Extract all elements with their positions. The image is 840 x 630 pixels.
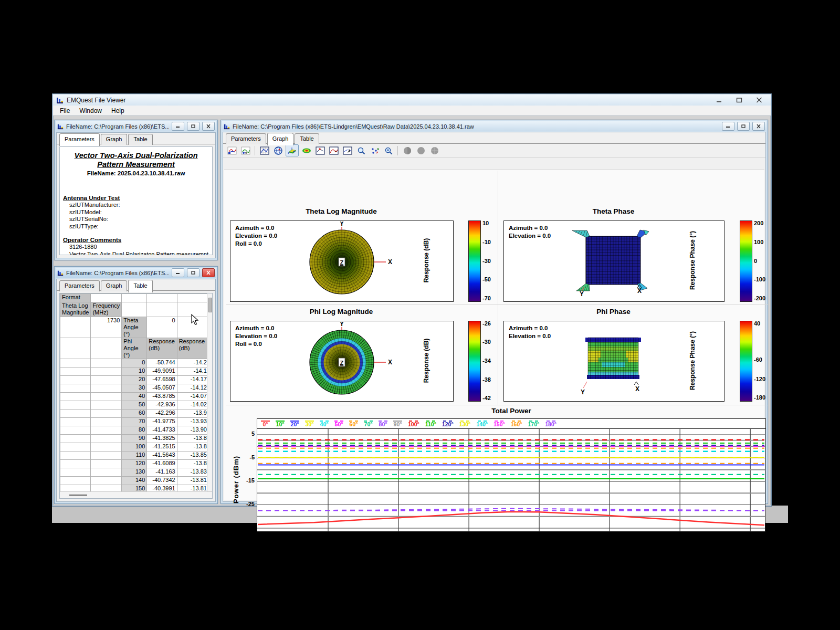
phi-angle-header[interactable]: Phi Angle (°)	[122, 338, 147, 359]
phi-angle-cell[interactable]: 80	[122, 426, 147, 435]
globe-plot-icon[interactable]	[272, 145, 284, 156]
polar-plot-icon[interactable]	[300, 145, 312, 156]
response-cell[interactable]: -41.2515	[147, 443, 177, 452]
table-cell[interactable]	[60, 368, 91, 376]
phi-angle-cell[interactable]: 50	[122, 401, 147, 410]
close-icon[interactable]	[756, 97, 762, 103]
table-cell[interactable]	[60, 468, 91, 477]
response-cell[interactable]: -50.744	[147, 359, 177, 368]
table-cell[interactable]	[91, 338, 122, 359]
phi-angle-cell[interactable]: 130	[122, 468, 147, 477]
table-cell[interactable]	[60, 435, 91, 443]
table-cell[interactable]	[91, 410, 122, 418]
minimize-icon[interactable]	[716, 97, 722, 103]
table-cell[interactable]	[60, 376, 91, 384]
table-cell[interactable]	[60, 460, 91, 468]
table-cell[interactable]	[91, 435, 122, 443]
table-cell[interactable]	[60, 418, 91, 426]
table-cell[interactable]	[91, 418, 122, 426]
phi-angle-cell[interactable]: 30	[122, 384, 147, 393]
phi-angle-cell[interactable]: 40	[122, 393, 147, 401]
table-cell[interactable]	[60, 477, 91, 485]
phi-angle-cell[interactable]: 10	[122, 368, 147, 376]
response-header[interactable]: Response (dB)	[147, 338, 177, 359]
pattern-3d-icon[interactable]	[226, 145, 238, 156]
tab-graph[interactable]: Graph	[267, 133, 294, 145]
response-cell[interactable]: -43.8785	[147, 393, 177, 401]
response-cell[interactable]: -47.6598	[147, 376, 177, 384]
table-cell[interactable]	[91, 443, 122, 452]
table-cell[interactable]	[60, 384, 91, 393]
minimize-button[interactable]	[172, 268, 184, 277]
edit-plot-icon[interactable]	[341, 145, 353, 156]
response-cell[interactable]: -41.5643	[147, 452, 177, 460]
table-cell[interactable]	[60, 359, 91, 368]
tab-parameters[interactable]: Parameters	[226, 133, 266, 144]
surface-plot-icon[interactable]	[286, 144, 299, 156]
tab-parameters[interactable]: Parameters	[59, 133, 100, 146]
restore-button[interactable]	[187, 122, 200, 131]
tab-parameters[interactable]: Parameters	[59, 280, 100, 291]
close-button[interactable]	[202, 122, 215, 131]
restore-icon[interactable]	[736, 97, 742, 103]
minimize-button[interactable]	[722, 122, 734, 131]
table-cell[interactable]	[91, 294, 122, 302]
table-cell[interactable]	[91, 460, 122, 468]
table-cell[interactable]	[60, 317, 91, 338]
table-window-titlebar[interactable]: FileName: C:\Program Files (x86)\ETS...	[56, 268, 216, 278]
horizontal-scrollbar[interactable]	[60, 491, 212, 498]
response-cell[interactable]: -42.936	[147, 401, 177, 410]
close-button[interactable]	[202, 268, 215, 277]
table-cell[interactable]	[91, 468, 122, 477]
response-cell[interactable]: -41.9775	[147, 418, 177, 426]
table-cell[interactable]	[60, 338, 91, 359]
restore-button[interactable]	[187, 268, 200, 277]
minimize-button[interactable]	[172, 122, 184, 131]
phi-angle-cell[interactable]: 110	[122, 452, 147, 460]
table-cell[interactable]	[122, 302, 147, 317]
table-cell[interactable]	[147, 302, 177, 317]
tab-graph[interactable]: Graph	[101, 134, 128, 145]
tab-table[interactable]: Table	[295, 133, 319, 144]
line-plot-marker-icon[interactable]	[328, 145, 340, 156]
table-cell[interactable]	[91, 401, 122, 410]
response-cell[interactable]: -45.0507	[147, 384, 177, 393]
table-cell[interactable]	[60, 443, 91, 452]
table-cell[interactable]	[60, 426, 91, 435]
restore-button[interactable]	[737, 122, 750, 131]
params-window-titlebar[interactable]: FileName: C:\Program Files (x86)\ETS...	[56, 121, 216, 131]
table-cell[interactable]	[91, 376, 122, 384]
theta-angle-value[interactable]: 0	[147, 317, 177, 338]
table-cell[interactable]	[91, 384, 122, 393]
line-plot-icon[interactable]	[314, 145, 326, 156]
horizontal-scrollbar-thumb[interactable]	[69, 495, 87, 496]
response-cell[interactable]: -41.6089	[147, 460, 177, 468]
dataset-header[interactable]: Theta Log Magnitude	[60, 302, 91, 317]
response-cell[interactable]: -49.9091	[147, 368, 177, 376]
table-cell[interactable]	[147, 294, 177, 302]
response-cell[interactable]: -40.7342	[147, 477, 177, 485]
menu-window[interactable]: Window	[75, 107, 107, 115]
phi-angle-cell[interactable]: 120	[122, 460, 147, 468]
response-cell[interactable]: -41.3825	[147, 435, 177, 443]
close-button[interactable]	[752, 122, 765, 131]
phi-angle-cell[interactable]: 20	[122, 376, 147, 384]
theta-angle-header[interactable]: Theta Angle (°)	[122, 317, 147, 338]
tab-table[interactable]: Table	[128, 280, 152, 292]
pattern-3d-alt-icon[interactable]	[239, 145, 251, 156]
phi-angle-cell[interactable]: 70	[122, 418, 147, 426]
phi-angle-cell[interactable]: 140	[122, 477, 147, 485]
phi-angle-cell[interactable]: 90	[122, 435, 147, 443]
format-header[interactable]: Format	[60, 294, 91, 302]
response-cell[interactable]: -42.296	[147, 410, 177, 418]
vertical-scrollbar[interactable]	[207, 293, 212, 492]
phi-angle-cell[interactable]: 100	[122, 443, 147, 452]
table-cell[interactable]	[91, 359, 122, 368]
cartesian-plot-icon[interactable]	[258, 145, 270, 156]
phi-angle-cell[interactable]: 0	[122, 359, 147, 368]
graph-window-titlebar[interactable]: FileName: C:\Program Files (x86)\ETS-Lin…	[222, 121, 766, 131]
table-cell[interactable]	[91, 368, 122, 376]
table-cell[interactable]	[60, 410, 91, 418]
table-cell[interactable]	[91, 393, 122, 401]
menu-help[interactable]: Help	[107, 107, 129, 115]
